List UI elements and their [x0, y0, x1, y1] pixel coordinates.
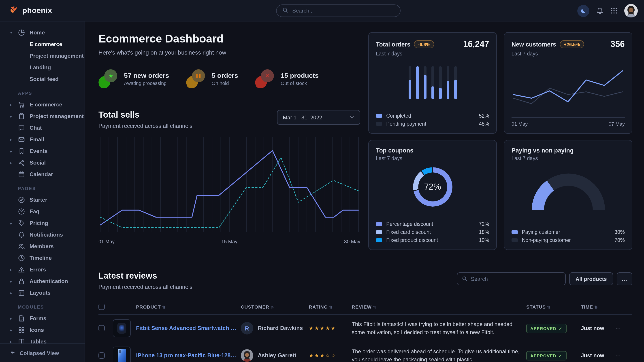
moon-icon [580, 7, 586, 14]
legend-row: Non-paying customer 70% [512, 237, 625, 243]
sidebar-item-tables[interactable]: ▸Tables [7, 336, 82, 344]
latest-reviews-section: Latest reviews Payment received across a… [98, 260, 632, 362]
user-avatar[interactable] [624, 4, 638, 17]
theme-toggle-button[interactable] [577, 5, 590, 17]
sort-icon: ⇅ [547, 305, 551, 310]
select-all-checkbox[interactable] [98, 304, 105, 310]
sidebar-item-email[interactable]: ▸Email [7, 134, 82, 145]
sidebar-item-calendar[interactable]: Calendar [7, 169, 82, 180]
more-options-button[interactable]: ... [617, 272, 632, 285]
top-coupons-card: Top coupons Last 7 days 72% Percentage d… [368, 140, 497, 250]
col-time[interactable]: TIME⇅ [581, 304, 610, 310]
sidebar-item-forms[interactable]: ▸Forms [7, 313, 82, 324]
col-review[interactable]: REVIEW⇅ [352, 304, 524, 310]
sidebar-item-notifications[interactable]: Notifications [7, 229, 82, 241]
share-icon [18, 159, 25, 166]
notifications-button[interactable] [596, 7, 604, 14]
check-icon: ✓ [558, 326, 562, 331]
total-orders-value: 16,247 [463, 39, 489, 49]
legend-value: 30% [614, 229, 625, 235]
product-thumbnail[interactable] [113, 319, 131, 337]
sidebar-item-label: Tables [30, 339, 46, 344]
new-customers-period: Last 7 days [512, 51, 625, 56]
grid4-icon [18, 327, 25, 334]
row-checkbox[interactable] [98, 325, 105, 331]
legend-value: 72% [479, 221, 489, 227]
collapsed-view-toggle[interactable]: Collapsed View [0, 344, 84, 362]
sort-icon: ⇅ [594, 305, 598, 310]
sidebar-item-members[interactable]: Members [7, 241, 82, 252]
main-content: Ecommerce Dashboard Here's what's going … [85, 21, 644, 362]
stat-desc: Out of stock [280, 80, 319, 86]
total-sells-title: Total sells [98, 110, 192, 120]
sidebar-item-faq[interactable]: Faq [7, 206, 82, 217]
stat-awating-processing: ★ 57 new orders Awating processing [98, 69, 169, 88]
sidebar-item-pricing[interactable]: ▸Pricing [7, 217, 82, 229]
row-more-button[interactable]: ⋯ [612, 352, 624, 359]
brand-logo[interactable]: phoenix [8, 0, 52, 21]
stat-desc: Awating processing [124, 80, 169, 86]
product-link[interactable]: iPhone 13 pro max-Pacific Blue-128GB sto… [136, 353, 238, 359]
order-bar [454, 66, 457, 99]
col-rating[interactable]: RATING⇅ [309, 304, 349, 310]
sidebar-item-project-management[interactable]: ▸Project management [7, 110, 82, 122]
paying-gauge-chart [532, 174, 605, 211]
legend-swatch [512, 230, 518, 234]
reviews-title: Latest reviews [98, 271, 192, 281]
sidebar-subitem-e-commerce[interactable]: E commerce [7, 38, 82, 50]
nc-x-end: 07 May [609, 121, 625, 127]
apps-menu-button[interactable] [610, 7, 618, 14]
product-link[interactable]: Fitbit Sense Advanced Smartwatch with To… [136, 325, 238, 331]
sidebar-item-label: E commerce [30, 101, 62, 108]
sidebar-item-timeline[interactable]: Timeline [7, 252, 82, 264]
row-checkbox[interactable] [98, 353, 105, 359]
sidebar-item-e-commerce[interactable]: ▸E commerce [7, 99, 82, 110]
sidebar-item-layouts[interactable]: ▸Layouts [7, 287, 82, 299]
sidebar-subitem-social-feed[interactable]: Social feed [7, 73, 82, 85]
clipboard-icon [18, 113, 25, 120]
customer-avatar [241, 349, 253, 362]
sidebar-item-icons[interactable]: ▸Icons [7, 324, 82, 336]
reviews-table-header: PRODUCT⇅ CUSTOMER⇅ RATING⇅ REVIEW⇅ STATU… [98, 299, 632, 314]
caret-icon: ▸ [10, 279, 12, 283]
reviews-table: PRODUCT⇅ CUSTOMER⇅ RATING⇅ REVIEW⇅ STATU… [98, 299, 632, 362]
col-status[interactable]: STATUS⇅ [526, 304, 578, 310]
reviews-search[interactable] [457, 272, 566, 285]
legend-row: Paying customer 30% [512, 229, 625, 235]
row-more-button[interactable]: ⋯ [612, 325, 624, 332]
customer-name: Richard Dawkins [258, 325, 303, 331]
total-sells-x-axis: 01 May 15 May 30 May [98, 239, 360, 244]
paying-legend: Paying customer 30% Non-paying customer … [512, 229, 625, 243]
layout-icon [18, 289, 25, 297]
check-icon: ✓ [558, 353, 562, 358]
search-input[interactable] [292, 7, 394, 14]
sidebar-item-social[interactable]: ▸Social [7, 157, 82, 169]
review-time: Just now [581, 325, 610, 331]
legend-label: Percentage discount [386, 221, 433, 227]
date-range-select[interactable]: Mar 1 - 31, 2022 [277, 110, 360, 125]
sidebar-item-authentication[interactable]: ▸Authentication [7, 276, 82, 287]
sidebar-subitem-project-management[interactable]: Project management [7, 50, 82, 62]
sidebar-item-chat[interactable]: Chat [7, 122, 82, 134]
order-bar [446, 66, 449, 99]
search-icon [462, 275, 467, 283]
sidebar-item-home[interactable]: ▾Home [7, 27, 82, 38]
sidebar-item-starter[interactable]: Starter [7, 194, 82, 206]
review-time: Just now [581, 353, 610, 359]
all-products-filter-button[interactable]: All products [569, 272, 613, 285]
global-search[interactable] [276, 4, 400, 17]
col-customer[interactable]: CUSTOMER⇅ [241, 304, 306, 310]
tag-icon [18, 220, 25, 227]
sidebar-subitem-landing[interactable]: Landing [7, 62, 82, 73]
product-thumbnail[interactable] [113, 347, 131, 362]
x-label-start: 01 May [98, 239, 114, 244]
order-bar [416, 66, 419, 99]
status-badge: APPROVED ✓ [526, 351, 566, 360]
paying-period: Last 7 days [512, 156, 625, 161]
legend-label: Non-paying customer [522, 237, 571, 243]
col-product[interactable]: PRODUCT⇅ [136, 304, 238, 310]
reviews-search-input[interactable] [471, 276, 561, 282]
sidebar-item-errors[interactable]: ▸Errors [7, 264, 82, 276]
sort-icon: ⇅ [162, 305, 166, 310]
sidebar-item-events[interactable]: ▸Events [7, 145, 82, 157]
